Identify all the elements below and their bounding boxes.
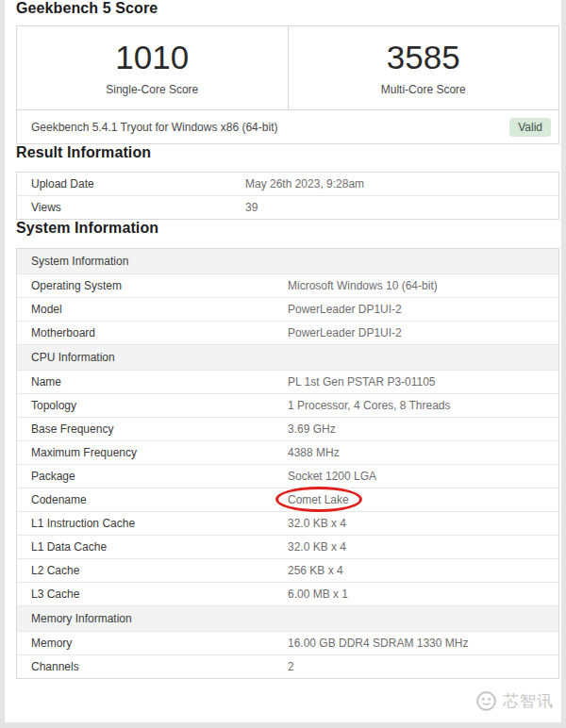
- table-row: CodenameComet Lake: [17, 488, 559, 512]
- subheader-label: CPU Information: [17, 345, 559, 371]
- row-label: Operating System: [17, 274, 289, 298]
- row-label: Upload Date: [17, 173, 246, 196]
- chip-face-icon: [474, 689, 498, 713]
- score-row: 1010 Single-Core Score 3585 Multi-Core S…: [17, 26, 558, 109]
- table-subheader-row: Memory Information: [17, 606, 559, 632]
- row-label: Codename: [17, 488, 289, 512]
- multi-core-score-cell: 3585 Multi-Core Score: [288, 26, 559, 109]
- row-label: L3 Cache: [17, 583, 289, 606]
- row-label: Topology: [17, 394, 289, 418]
- watermark-text: 芯智讯: [503, 690, 554, 712]
- watermark: 芯智讯: [474, 689, 554, 713]
- row-value: PL 1st Gen PSTAR P3-01105: [288, 371, 559, 394]
- single-core-score-value: 1010: [17, 39, 288, 76]
- row-label: Memory: [17, 632, 289, 655]
- result-information-title: Result Information: [16, 144, 559, 161]
- build-info-row: Geekbench 5.4.1 Tryout for Windows x86 (…: [17, 109, 558, 143]
- table-row: L2 Cache256 KB x 4: [17, 559, 559, 583]
- row-label: Motherboard: [17, 322, 289, 345]
- table-row: L1 Instruction Cache32.0 KB x 4: [17, 512, 559, 536]
- row-value: 2: [288, 655, 559, 679]
- table-row: Views39: [17, 196, 559, 220]
- row-value: Comet Lake: [288, 488, 559, 512]
- row-value: 256 KB x 4: [288, 559, 559, 583]
- table-row: MotherboardPowerLeader DP1UI-2: [17, 322, 559, 345]
- valid-status-badge: Valid: [509, 118, 551, 137]
- row-value: 32.0 KB x 4: [288, 512, 559, 536]
- subheader-label: Memory Information: [17, 606, 559, 632]
- row-label: Views: [17, 196, 246, 220]
- single-core-score-cell: 1010 Single-Core Score: [17, 26, 288, 109]
- row-value: 39: [245, 196, 559, 220]
- row-value: 32.0 KB x 4: [288, 536, 559, 559]
- row-label: Channels: [17, 655, 289, 679]
- table-row: Channels2: [17, 655, 559, 679]
- table-row: ModelPowerLeader DP1UI-2: [17, 298, 559, 322]
- score-card: 1010 Single-Core Score 3585 Multi-Core S…: [16, 25, 559, 144]
- table-row: Memory16.00 GB DDR4 SDRAM 1330 MHz: [17, 632, 559, 655]
- row-value: 3.69 GHz: [288, 418, 559, 441]
- result-information-table: Upload DateMay 26th 2023, 9:28amViews39: [16, 172, 559, 220]
- multi-core-score-label: Multi-Core Score: [289, 83, 559, 96]
- table-subheader-row: System Information: [17, 249, 559, 274]
- row-value: May 26th 2023, 9:28am: [245, 173, 559, 196]
- table-row: Base Frequency3.69 GHz: [17, 418, 559, 441]
- row-label: L1 Instruction Cache: [17, 512, 289, 536]
- single-core-score-label: Single-Core Score: [17, 83, 288, 96]
- multi-core-score-value: 3585: [289, 39, 559, 76]
- table-row: Upload DateMay 26th 2023, 9:28am: [17, 173, 559, 196]
- table-row: PackageSocket 1200 LGA: [17, 465, 559, 488]
- table-row: L1 Data Cache32.0 KB x 4: [17, 536, 559, 559]
- row-label: Package: [17, 465, 289, 488]
- row-value: 4388 MHz: [288, 441, 559, 465]
- red-circle-annotation: Comet Lake: [288, 493, 349, 506]
- row-label: L1 Data Cache: [17, 536, 289, 559]
- system-information-table: System InformationOperating SystemMicros…: [16, 248, 559, 679]
- table-row: Maximum Frequency4388 MHz: [17, 441, 559, 465]
- row-value: PowerLeader DP1UI-2: [288, 298, 559, 322]
- row-label: Name: [17, 371, 289, 394]
- row-label: Model: [17, 298, 289, 322]
- row-value: 6.00 MB x 1: [288, 583, 559, 606]
- system-information-title: System Information: [16, 220, 559, 237]
- build-version-text: Geekbench 5.4.1 Tryout for Windows x86 (…: [31, 121, 277, 134]
- table-row: L3 Cache6.00 MB x 1: [17, 583, 559, 606]
- subheader-label: System Information: [17, 249, 559, 274]
- table-row: Operating SystemMicrosoft Windows 10 (64…: [17, 274, 559, 298]
- table-subheader-row: CPU Information: [17, 345, 559, 371]
- row-value: Socket 1200 LGA: [288, 465, 559, 488]
- row-label: Maximum Frequency: [17, 441, 289, 465]
- row-label: L2 Cache: [17, 559, 289, 583]
- table-row: Topology1 Processor, 4 Cores, 8 Threads: [17, 394, 559, 418]
- row-value: PowerLeader DP1UI-2: [288, 322, 559, 345]
- row-value: Microsoft Windows 10 (64-bit): [288, 274, 559, 298]
- row-value: 16.00 GB DDR4 SDRAM 1330 MHz: [288, 632, 559, 655]
- row-label: Base Frequency: [17, 418, 289, 441]
- page-title: Geekbench 5 Score: [16, 0, 559, 17]
- table-row: NamePL 1st Gen PSTAR P3-01105: [17, 371, 559, 394]
- row-value: 1 Processor, 4 Cores, 8 Threads: [288, 394, 559, 418]
- result-page: Geekbench 5 Score 1010 Single-Core Score…: [5, 0, 561, 722]
